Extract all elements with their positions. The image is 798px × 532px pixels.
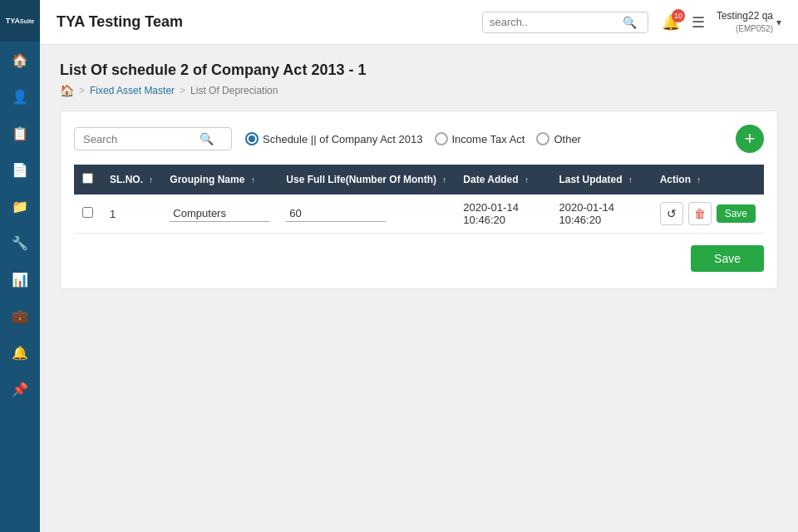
sidebar-item-reports[interactable]: 📊 — [0, 261, 40, 298]
main-save-button[interactable]: Save — [691, 245, 764, 272]
sidebar-item-settings[interactable]: 🔧 — [0, 224, 40, 261]
header: TYA Testing Team 🔍 🔔 10 ☰ Testing22 qa (… — [40, 0, 798, 45]
sort-arrow-full-life: ↑ — [442, 175, 446, 185]
sort-arrow-sl-no: ↑ — [149, 175, 153, 185]
row-last-updated: 2020-01-14 10:46:20 — [551, 195, 652, 234]
sidebar-item-list[interactable]: 📋 — [0, 115, 40, 151]
radio-circle-schedule — [245, 132, 259, 145]
header-search-icon: 🔍 — [623, 16, 637, 29]
th-sl-no-label: SL.NO. — [110, 174, 143, 185]
breadcrumb: 🏠 > Fixed Asset Master > List Of Depreci… — [60, 84, 778, 97]
radio-circle-other — [536, 132, 549, 145]
row-full-life: 60 — [278, 195, 455, 234]
th-last-updated-label: Last Updated — [559, 174, 623, 185]
sidebar-logo: TYASuite — [0, 0, 40, 42]
filter-search-input[interactable] — [83, 133, 200, 145]
breadcrumb-sep1: > — [79, 85, 85, 96]
sidebar-item-briefcase[interactable]: 💼 — [0, 298, 40, 334]
row-date-added: 2020-01-14 10:46:20 — [455, 195, 550, 234]
filter-search-box[interactable]: 🔍 — [74, 127, 232, 150]
th-grouping-name[interactable]: Grouping Name ↑ — [161, 165, 278, 195]
bottom-bar: Save — [74, 234, 764, 275]
sidebar: TYASuite 🏠 👤 📋 📄 📁 🔧 📊 💼 🔔 📌 — [0, 0, 40, 532]
th-sl-no[interactable]: SL.NO. ↑ — [101, 165, 161, 195]
action-buttons: ↺ 🗑 Save — [660, 202, 756, 225]
radio-income-tax[interactable]: Income Tax Act — [435, 132, 525, 145]
row-action: ↺ 🗑 Save — [652, 195, 764, 234]
menu-icon[interactable]: ☰ — [692, 13, 705, 32]
th-date-added-label: Date Added — [463, 174, 518, 185]
select-all-checkbox[interactable] — [82, 173, 93, 184]
sort-arrow-date-added: ↑ — [525, 175, 529, 185]
radio-income-tax-label: Income Tax Act — [452, 133, 525, 145]
sidebar-item-pin[interactable]: 📌 — [0, 371, 40, 407]
th-full-life[interactable]: Use Full Life(Number Of Month) ↑ — [278, 165, 455, 195]
restore-button[interactable]: ↺ — [660, 202, 683, 225]
table-header-row: SL.NO. ↑ Grouping Name ↑ Use Full Life(N… — [74, 165, 764, 195]
delete-button[interactable]: 🗑 — [688, 202, 712, 225]
sidebar-item-folder[interactable]: 📁 — [0, 188, 40, 224]
row-checkbox-cell — [74, 195, 101, 234]
header-icons: 🔔 10 ☰ Testing22 qa (EMP052) ▾ — [662, 10, 781, 34]
radio-schedule[interactable]: Schedule || of Company Act 2013 — [245, 132, 423, 145]
radio-circle-income-tax — [435, 132, 448, 145]
content-area: List Of schedule 2 of Company Act 2013 -… — [40, 45, 798, 532]
main-container: TYA Testing Team 🔍 🔔 10 ☰ Testing22 qa (… — [40, 0, 798, 532]
main-card: 🔍 Schedule || of Company Act 2013 Income… — [60, 111, 778, 289]
breadcrumb-home-icon[interactable]: 🏠 — [60, 84, 74, 97]
row-grouping-name: Computers — [161, 195, 278, 234]
user-name: Testing22 qa — [717, 10, 773, 23]
sidebar-item-user[interactable]: 👤 — [0, 78, 40, 115]
th-checkbox — [74, 165, 101, 195]
th-action-label: Action — [660, 174, 691, 185]
row-sl-no: 1 — [101, 195, 161, 234]
th-action[interactable]: Action ↑ — [652, 165, 764, 195]
sidebar-item-notifications[interactable]: 🔔 — [0, 334, 40, 371]
breadcrumb-current: List Of Depreciation — [190, 85, 278, 96]
header-search-box[interactable]: 🔍 — [482, 12, 648, 33]
th-full-life-label: Use Full Life(Number Of Month) — [286, 174, 436, 185]
header-title: TYA Testing Team — [57, 13, 469, 31]
th-grouping-name-label: Grouping Name — [170, 174, 244, 185]
th-date-added[interactable]: Date Added ↑ — [455, 165, 550, 195]
user-info[interactable]: Testing22 qa (EMP052) ▾ — [717, 10, 781, 34]
table-wrapper: SL.NO. ↑ Grouping Name ↑ Use Full Life(N… — [74, 165, 764, 234]
notification-bell[interactable]: 🔔 10 — [662, 13, 680, 32]
sort-arrow-last-updated: ↑ — [628, 175, 633, 185]
user-emp: (EMP052) — [717, 23, 773, 34]
table-row: 1 Computers 60 2020-01-14 10:46:20 2020-… — [74, 195, 764, 234]
data-table: SL.NO. ↑ Grouping Name ↑ Use Full Life(N… — [74, 165, 764, 234]
row-checkbox[interactable] — [82, 207, 93, 218]
breadcrumb-fixed-asset-master[interactable]: Fixed Asset Master — [90, 85, 175, 96]
sort-arrow-grouping: ↑ — [251, 175, 255, 185]
sort-arrow-action: ↑ — [697, 175, 701, 185]
radio-group: Schedule || of Company Act 2013 Income T… — [245, 132, 722, 145]
full-life-field[interactable]: 60 — [286, 205, 386, 222]
add-button[interactable]: + — [736, 125, 764, 153]
grouping-name-field[interactable]: Computers — [170, 205, 269, 222]
chevron-down-icon: ▾ — [776, 17, 781, 28]
page-title: List Of schedule 2 of Company Act 2013 -… — [60, 62, 778, 79]
breadcrumb-sep2: > — [180, 85, 185, 96]
radio-other-label: Other — [554, 133, 581, 145]
header-search-input[interactable] — [490, 16, 623, 28]
sidebar-item-home[interactable]: 🏠 — [0, 42, 40, 78]
sidebar-item-document[interactable]: 📄 — [0, 151, 40, 188]
row-save-button[interactable]: Save — [717, 204, 756, 223]
radio-schedule-label: Schedule || of Company Act 2013 — [263, 133, 423, 145]
notification-badge: 10 — [672, 9, 685, 22]
filter-bar: 🔍 Schedule || of Company Act 2013 Income… — [74, 125, 764, 153]
th-last-updated[interactable]: Last Updated ↑ — [551, 165, 652, 195]
radio-other[interactable]: Other — [536, 132, 581, 145]
filter-search-icon: 🔍 — [200, 132, 214, 145]
